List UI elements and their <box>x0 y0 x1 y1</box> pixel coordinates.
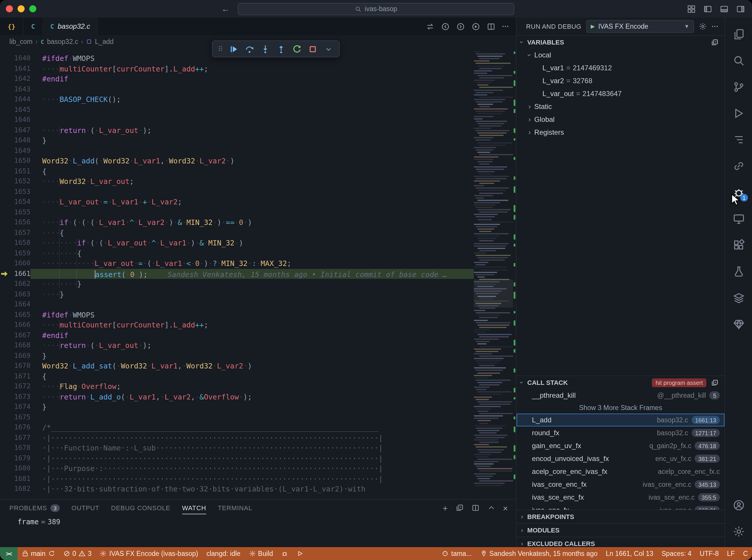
variable-row[interactable]: L_var2=32768 <box>517 74 725 87</box>
code-text[interactable]: ····multiCounter[currCounter].L_add++; <box>31 63 474 74</box>
line-number[interactable]: 1643 <box>9 84 31 94</box>
line-number[interactable]: 1647 <box>9 125 31 135</box>
code-line[interactable]: 1662········} <box>0 279 474 289</box>
gutter-glyph-margin[interactable] <box>0 361 9 371</box>
problems-status-item[interactable]: 0 3 <box>59 547 96 560</box>
code-line[interactable]: 1648} <box>0 135 474 145</box>
code-line[interactable]: 1675 <box>0 412 474 422</box>
watch-expression-row[interactable]: frame=389 <box>0 516 516 528</box>
breadcrumb-symbol[interactable]: L_add <box>95 38 114 45</box>
branch-status-item[interactable]: main <box>17 547 59 560</box>
extensions-icon[interactable] <box>725 232 752 258</box>
debug-session-chevron-icon[interactable] <box>322 42 336 56</box>
code-text[interactable]: Word32·L_add_sat(·Word32·L_var1,·Word32·… <box>31 361 474 371</box>
launch-config-dropdown[interactable]: ▶ IVAS FX Encode ▼ <box>586 20 694 33</box>
language-mode-item[interactable]: C <box>739 547 752 560</box>
variable-scope-row[interactable]: ›Local <box>517 48 725 61</box>
gutter-glyph-margin[interactable] <box>0 381 9 392</box>
code-text[interactable]: ········} <box>31 279 474 289</box>
line-number[interactable]: 1655 <box>9 207 31 217</box>
panel-tab-debug-console[interactable]: DEBUG CONSOLE <box>111 500 170 516</box>
variable-scope-row[interactable]: ›Registers <box>517 126 725 139</box>
gutter-glyph-margin[interactable] <box>0 248 9 258</box>
gutter-glyph-margin[interactable] <box>0 145 9 156</box>
line-number[interactable]: 1656 <box>9 217 31 227</box>
remote-indicator[interactable]: >< <box>0 547 17 560</box>
line-number[interactable]: 1675 <box>9 412 31 422</box>
panel-tab-terminal[interactable]: TERMINAL <box>218 500 252 516</box>
gutter-glyph-margin[interactable] <box>0 186 9 197</box>
gutter-glyph-margin[interactable] <box>0 74 9 84</box>
code-line[interactable]: 1650Word32·L_add(·Word32·L_var1,·Word32·… <box>0 156 474 166</box>
code-text[interactable]: ····Word32·L_var_out; <box>31 176 474 186</box>
git-blame-status-item[interactable]: Sandesh Venkatesh, 15 months ago <box>476 547 602 560</box>
line-number[interactable]: 1679 <box>9 453 31 463</box>
more-actions-icon[interactable]: ··· <box>502 22 509 31</box>
code-text[interactable] <box>31 104 474 115</box>
stack-frame-row[interactable]: encod_unvoiced_ivas_fxenc_uv_fx.c381:21 <box>517 452 725 465</box>
code-line[interactable]: 1682·|···32·bits·subtraction·of·the·two·… <box>0 484 474 494</box>
code-line[interactable]: 1656····if·(·(·(·L_var1·^·L_var2·)·&·MIN… <box>0 217 474 227</box>
line-number[interactable]: 1651 <box>9 166 31 176</box>
run-and-debug-icon[interactable] <box>725 100 752 126</box>
toggle-panel-icon[interactable] <box>720 4 729 13</box>
line-number[interactable]: 1642 <box>9 74 31 84</box>
gutter-glyph-margin[interactable] <box>0 156 9 166</box>
breadcrumb-folder[interactable]: lib_com <box>9 38 33 45</box>
collapse-all-icon[interactable] <box>711 38 718 46</box>
add-expression-icon[interactable]: + <box>443 503 448 513</box>
collapsed-section-breakpoints[interactable]: ›BREAKPOINTS <box>517 509 725 523</box>
settings-gear-icon[interactable] <box>725 518 752 545</box>
panel-tab-watch[interactable]: WATCH <box>182 500 206 516</box>
run-status-icon-item[interactable] <box>292 547 307 560</box>
code-line[interactable]: 1671{ <box>0 371 474 381</box>
code-text[interactable] <box>31 145 474 156</box>
code-text[interactable]: ····multiCounter[currCounter].L_add++; <box>31 320 474 330</box>
code-text[interactable]: { <box>31 371 474 381</box>
code-text[interactable] <box>31 299 474 309</box>
launch-target-status-item[interactable]: IVAS FX Encode (ivas-basop) <box>96 547 202 560</box>
code-text[interactable]: ·|······································… <box>31 474 474 484</box>
line-number[interactable]: 1676 <box>9 422 31 433</box>
open-changes-icon[interactable] <box>426 22 435 31</box>
gutter-glyph-margin[interactable] <box>0 197 9 207</box>
gutter-glyph-margin[interactable] <box>0 474 9 484</box>
code-line[interactable]: 1643 <box>0 84 474 94</box>
gutter-glyph-margin[interactable] <box>0 227 9 238</box>
debug-session-icon[interactable]: 1 <box>725 179 752 206</box>
gutter-glyph-margin[interactable] <box>0 238 9 248</box>
line-number[interactable]: 1661 <box>9 268 31 279</box>
gutter-glyph-margin[interactable] <box>0 330 9 340</box>
code-line[interactable]: 1677·|··································… <box>0 433 474 443</box>
restart-button[interactable] <box>290 42 305 56</box>
variable-row[interactable]: L_var_out=2147483647 <box>517 87 725 100</box>
gutter-glyph-margin[interactable] <box>0 176 9 186</box>
collapsed-section-excluded-callers[interactable]: ›EXCLUDED CALLERS <box>517 537 725 547</box>
code-line[interactable]: 1670Word32·L_add_sat(·Word32·L_var1,·Wor… <box>0 361 474 371</box>
code-line[interactable]: 1667#endif <box>0 330 474 340</box>
drag-handle-icon[interactable]: ⠿ <box>216 45 225 53</box>
breadcrumb-file[interactable]: basop32.c <box>47 38 78 45</box>
code-text[interactable]: ·|···Function·Name·:·L_sub··············… <box>31 443 474 453</box>
gutter-glyph-margin[interactable] <box>0 453 9 463</box>
line-number[interactable]: 1645 <box>9 104 31 115</box>
show-more-stack-frames-link[interactable]: Show 3 More Stack Frames <box>517 402 725 414</box>
gutter-glyph-margin[interactable] <box>0 289 9 299</box>
line-number[interactable]: 1648 <box>9 135 31 145</box>
code-line[interactable]: 1663····} <box>0 289 474 299</box>
line-number[interactable]: 1649 <box>9 145 31 156</box>
gutter-glyph-margin[interactable] <box>0 207 9 217</box>
code-text[interactable]: ····Flag·Overflow; <box>31 381 474 392</box>
code-line[interactable]: 1672····Flag·Overflow; <box>0 381 474 392</box>
panel-tab-problems[interactable]: PROBLEMS3 <box>9 500 60 516</box>
start-debug-icon[interactable]: ▶ <box>591 23 595 29</box>
code-line[interactable]: 1660············L_var_out·=·(·L_var1·<·0… <box>0 258 474 268</box>
run-or-debug-icon[interactable] <box>472 22 481 31</box>
gutter-glyph-margin[interactable] <box>0 217 9 227</box>
line-number[interactable]: 1669 <box>9 351 31 361</box>
code-text[interactable]: } <box>31 351 474 361</box>
code-line[interactable]: 1651{ <box>0 166 474 176</box>
code-text[interactable]: ····if·(·(·(·L_var1·^·L_var2·)·&·MIN_32·… <box>31 217 474 227</box>
variable-scope-row[interactable]: ›Global <box>517 113 725 126</box>
gutter-glyph-margin[interactable] <box>0 268 9 279</box>
